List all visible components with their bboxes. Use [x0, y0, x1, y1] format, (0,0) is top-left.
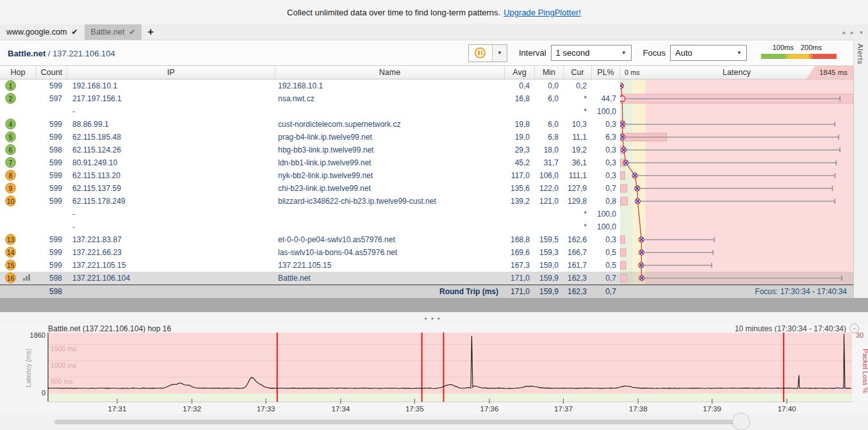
- header-pl[interactable]: PL%: [592, 66, 620, 79]
- header-count[interactable]: Count: [37, 66, 67, 79]
- timeline-chart[interactable]: 1500 ms1000 ms500 ms18600Latency (ms)30P…: [0, 333, 868, 413]
- name-cell: et-0-0-0-pe04-swlv10.as57976.net: [275, 233, 505, 246]
- right-axis-title: Packet Loss %: [862, 349, 868, 393]
- loss-bar: [621, 236, 625, 244]
- plot-background: [48, 333, 852, 393]
- pl-cell: 0,3: [592, 233, 620, 246]
- x-tick-label: 17:32: [183, 405, 201, 413]
- loss-bar: [621, 172, 625, 179]
- count-cell: 599: [37, 195, 67, 208]
- min-cell: [535, 208, 564, 220]
- latency-axis-min: 0 ms: [625, 66, 640, 79]
- summary-cur: 162,3: [564, 285, 592, 298]
- latency-legend: 100ms 200ms: [761, 45, 837, 62]
- tab-menu-icon[interactable]: ▾: [860, 29, 863, 36]
- count-cell: 599: [37, 156, 67, 169]
- min-cell: 31,7: [535, 156, 564, 169]
- avg-cell: 19,0: [505, 131, 535, 144]
- alerts-side-tab[interactable]: Alerts: [853, 40, 868, 298]
- pause-dropdown-button[interactable]: ▼: [492, 45, 507, 62]
- ip-cell: 62.115.185.48: [67, 131, 275, 144]
- chevron-down-icon: ▼: [621, 50, 626, 56]
- interval-select[interactable]: 1 second ▼: [551, 45, 632, 61]
- header-cur[interactable]: Cur: [564, 66, 592, 79]
- tab-www-google-com[interactable]: www.google.com ✔: [0, 24, 85, 40]
- zone-bad: [645, 79, 853, 285]
- header-name[interactable]: Name: [275, 66, 505, 79]
- count-cell: 599: [37, 169, 67, 182]
- chevron-down-icon: ⌄: [849, 324, 859, 333]
- hop-badge: 4: [5, 119, 16, 129]
- avg-cell: 45,2: [505, 156, 535, 169]
- promo-text: Collect unlimited data over time to find…: [287, 8, 500, 17]
- y-zero-label: 0: [42, 389, 45, 397]
- x-tick-label: 17:36: [480, 405, 499, 413]
- legend-200ms-label: 200ms: [801, 44, 822, 51]
- x-tick-label: 17:31: [108, 405, 127, 413]
- count-cell: 599: [37, 118, 67, 131]
- header-latency[interactable]: 0 ms Latency 1845 ms: [620, 66, 853, 79]
- header-ip[interactable]: IP: [67, 66, 275, 79]
- cur-cell: 111,1: [564, 169, 592, 182]
- summary-min: 159,9: [535, 285, 564, 298]
- pause-button[interactable]: [469, 45, 492, 62]
- name-cell: chi-b23-link.ip.twelve99.net: [275, 182, 505, 195]
- header-hop[interactable]: Hop: [0, 66, 37, 79]
- scrollbar-thumb[interactable]: [732, 413, 750, 430]
- check-icon: ✔: [72, 28, 78, 37]
- ip-cell: 88.86.99.1: [67, 118, 275, 131]
- scrollbar-track[interactable]: [54, 420, 735, 424]
- header-min[interactable]: Min: [535, 66, 564, 79]
- hop-cell: 4: [0, 118, 37, 131]
- tab-battlenet[interactable]: Battle.net ✔: [85, 24, 142, 40]
- pl-cell: 0,5: [592, 246, 620, 259]
- tab-scroll-right-icon[interactable]: ▸: [851, 29, 854, 36]
- ip-cell: 62.115.124.26: [67, 144, 275, 156]
- loss-bar: [621, 185, 627, 192]
- avg-cell: 16,8: [505, 92, 535, 105]
- tab-scroll-left-icon[interactable]: ◂: [842, 29, 845, 36]
- new-tab-button[interactable]: +: [142, 24, 159, 40]
- avg-cell: 171,0: [505, 272, 535, 285]
- hop-cell: 16: [0, 272, 37, 285]
- hop-badge: 1: [5, 80, 16, 91]
- hop-badge: 8: [5, 170, 16, 181]
- count-cell: 598: [37, 144, 67, 156]
- upgrade-pingplotter-link[interactable]: Upgrade PingPlotter!: [504, 8, 581, 17]
- focus-select[interactable]: Auto ▼: [670, 45, 747, 61]
- min-cell: 159,0: [535, 259, 564, 272]
- count-cell: 599: [37, 246, 67, 259]
- right-axis-max-label: 30: [856, 333, 864, 339]
- count-cell: 598: [37, 272, 67, 285]
- legend-gradient-bar: [761, 54, 837, 59]
- count-cell: 597: [37, 92, 67, 105]
- tab-nav: ◂ ▸ ▾: [842, 24, 868, 40]
- name-cell: cust-nordictelecom.supernetwork.cz: [275, 118, 505, 131]
- hop-badge: 6: [5, 144, 16, 155]
- header-avg[interactable]: Avg: [505, 66, 535, 79]
- min-cell: 18,0: [535, 144, 564, 156]
- cur-cell: *: [564, 92, 592, 105]
- hop-badge: 2: [5, 93, 16, 104]
- hop-badge: 13: [5, 234, 16, 245]
- section-divider: [0, 298, 868, 312]
- summary-count: 598: [37, 285, 67, 298]
- name-cell: Battle.net: [275, 272, 505, 285]
- min-cell: 159,5: [535, 233, 564, 246]
- hop-cell: 2: [0, 92, 37, 105]
- cur-cell: 0,2: [564, 79, 592, 92]
- avg-cell: 135,6: [505, 182, 535, 195]
- count-cell: 599: [37, 182, 67, 195]
- count-cell: [37, 220, 67, 233]
- timeline-range[interactable]: 10 minutes (17:30:34 - 17:40:34) ⌄: [735, 324, 859, 333]
- round-trip-summary-row: 598 Round Trip (ms) 171,0 159,9 162,3 0,…: [0, 285, 853, 298]
- pl-cell: 6,3: [592, 131, 620, 144]
- gridline-label: 1000 ms: [51, 361, 76, 369]
- hop-cell: 5: [0, 131, 37, 144]
- pl-cell: [592, 79, 620, 92]
- cur-cell: 166,7: [564, 246, 592, 259]
- name-cell: [275, 220, 505, 233]
- timeline-scroll-area: [0, 413, 868, 430]
- hop-badge: 7: [5, 157, 16, 168]
- splitter-handle[interactable]: ●●●: [0, 312, 868, 324]
